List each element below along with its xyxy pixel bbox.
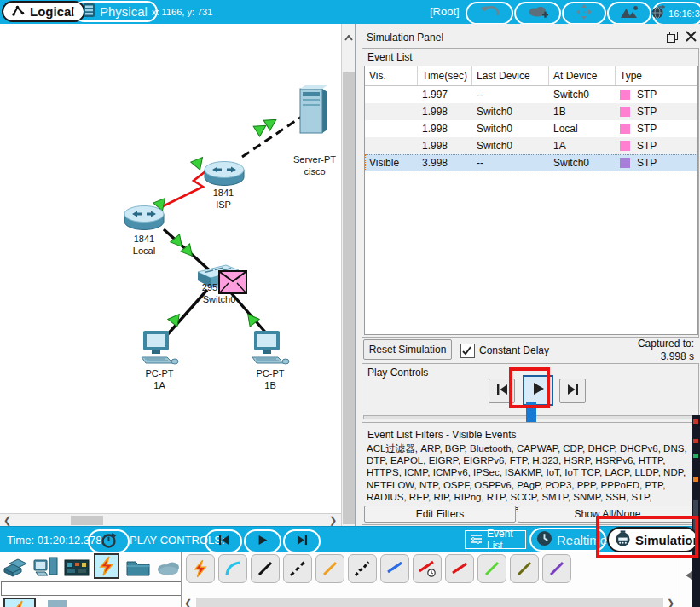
reset-simulation-button[interactable]: Reset Simulation (363, 339, 452, 360)
palette-scroll-right-icon[interactable]: ❯ (667, 598, 674, 607)
scroll-right-icon[interactable]: ❯ (329, 516, 337, 525)
event-list-group: Event List Vis. Time(sec) Last Device At… (362, 48, 699, 338)
event-list-toggle-label: Event List (487, 528, 521, 552)
cursor-coordinates: x: 1166, y: 731 (152, 7, 212, 17)
device-pc1b-model: PC-PT (236, 368, 304, 379)
pdu-envelope-icon[interactable] (218, 270, 247, 294)
connection-auto-connect[interactable] (186, 554, 215, 583)
device-server[interactable] (298, 85, 329, 138)
speed-slider-thumb[interactable] (526, 402, 536, 422)
tab-physical[interactable]: Physical (73, 1, 158, 22)
packet-tracer-window: Logical Physical x: 1166, y: 731 [Root] (0, 0, 700, 607)
connection-olive-cable[interactable] (510, 554, 539, 583)
connection-serial-dte[interactable] (445, 554, 474, 583)
toolbar-right-divider (680, 552, 680, 607)
checkbox-check-icon (461, 344, 472, 359)
bar-skip-forward-button[interactable] (283, 529, 321, 553)
close-icon[interactable] (686, 30, 697, 45)
canvas-vertical-scrollbar[interactable] (341, 24, 356, 526)
event-type-color (620, 124, 630, 134)
category-components[interactable] (63, 555, 90, 581)
category-multiuser[interactable] (155, 555, 182, 581)
connection-serial-clock[interactable] (413, 554, 442, 583)
category-end-devices[interactable] (32, 554, 60, 580)
scroll-left-icon[interactable]: ❮ (3, 516, 11, 525)
connection-green-cable[interactable] (477, 554, 506, 583)
bar-skip-back-button[interactable] (205, 529, 242, 553)
show-all-none-button[interactable]: Show All/None (518, 506, 697, 523)
move-object-button[interactable] (562, 2, 606, 25)
category-connections[interactable] (94, 553, 119, 579)
device-toolbar: ❮ ❯ (0, 552, 700, 607)
topology-canvas[interactable]: Server-PT cisco 1841 ISP 1841 Local 2950… (0, 24, 341, 513)
skip-forward-button[interactable] (559, 379, 586, 403)
tab-simulation-label: Simulation (635, 533, 700, 547)
skip-forward-icon (297, 534, 308, 549)
connection-copper-crossover[interactable] (283, 554, 312, 583)
device-pc1a-model: PC-PT (125, 368, 194, 379)
undo-icon (479, 5, 500, 21)
set-background-button[interactable] (607, 2, 651, 25)
category-misc[interactable] (124, 555, 152, 581)
connection-purple-cable[interactable] (542, 554, 571, 583)
reset-time-button[interactable] (88, 529, 130, 553)
palette-scroll-left-icon[interactable]: ❮ (184, 598, 192, 607)
canvas-vscroll-thumb[interactable] (343, 72, 355, 524)
header-clock-time: 16:16:30 (668, 9, 700, 19)
captured-to-label: Captured to: (599, 338, 694, 350)
event-row[interactable]: 1.998 Switch0 1A STP (365, 137, 697, 154)
canvas-hscroll-thumb[interactable] (71, 516, 103, 525)
simulation-panel-title: Simulation Panel (367, 32, 443, 43)
selected-connection-partial[interactable] (3, 598, 36, 607)
palette-hscroll-track[interactable] (196, 598, 663, 607)
event-list-toggle-button[interactable]: Event List (465, 530, 526, 549)
top-header-bar: Logical Physical x: 1166, y: 731 [Root] (0, 0, 700, 24)
event-row[interactable]: 1.998 Switch0 Local STP (365, 120, 697, 137)
connection-fiber[interactable] (315, 554, 344, 583)
event-list-icon (470, 532, 483, 547)
bar-play-button[interactable] (244, 529, 281, 553)
tab-simulation[interactable]: Simulation (607, 527, 698, 552)
event-row[interactable]: 1.998 Switch0 1B STP (365, 103, 697, 120)
device-router-local[interactable] (123, 203, 165, 235)
device-isp-name: ISP (189, 199, 257, 211)
captured-to-value: 3.998 s (599, 350, 694, 362)
tab-realtime[interactable]: Realtime (529, 528, 606, 552)
device-thumb-partial[interactable] (48, 600, 67, 607)
new-cluster-button[interactable] (514, 2, 561, 25)
back-navigation-button[interactable] (466, 2, 513, 25)
connection-coaxial[interactable] (348, 554, 377, 583)
play-icon (257, 534, 268, 549)
skip-forward-icon (567, 384, 579, 398)
connection-serial-dce[interactable] (380, 554, 409, 583)
event-type-color (620, 158, 630, 168)
connection-console[interactable] (218, 554, 247, 583)
environment-clock-button[interactable]: 16:16:30 (652, 2, 700, 26)
device-selection-box[interactable] (1, 581, 182, 596)
realtime-clock-icon (536, 530, 552, 550)
globe-clock-icon (651, 5, 665, 23)
logical-topology-icon (12, 4, 25, 19)
constant-delay-checkbox[interactable] (460, 344, 475, 358)
play-controls-title: Play Controls (367, 367, 428, 379)
tab-logical[interactable]: Logical (2, 1, 85, 22)
scroll-up-icon[interactable] (344, 29, 353, 44)
connection-copper-straight[interactable] (251, 554, 280, 583)
event-filters-group: Event List Filters - Visible Events ACL过… (362, 425, 699, 525)
device-router-isp[interactable] (203, 159, 246, 191)
device-local-name: Local (110, 246, 178, 257)
event-row[interactable]: 1.997 -- Switch0 STP (365, 86, 697, 103)
simulation-panel: Simulation Panel Event List Vis. Time(se… (355, 24, 700, 526)
skip-back-button[interactable] (489, 379, 515, 403)
float-window-icon[interactable] (667, 31, 678, 46)
category-network-devices[interactable] (2, 554, 29, 580)
physical-rack-icon (84, 3, 95, 20)
device-pc-1b[interactable] (249, 329, 290, 370)
edit-filters-button[interactable]: Edit Filters (364, 506, 516, 523)
canvas-horizontal-scrollbar[interactable]: ❮ ❯ (0, 513, 341, 527)
event-list-table[interactable]: Vis. Time(sec) Last Device At Device Typ… (364, 66, 698, 335)
event-row-selected[interactable]: Visible 3.998 -- Switch0 STP (365, 154, 697, 171)
tab-logical-label: Logical (30, 4, 75, 19)
tab-physical-label: Physical (100, 4, 148, 19)
device-pc-1a[interactable] (138, 329, 179, 370)
